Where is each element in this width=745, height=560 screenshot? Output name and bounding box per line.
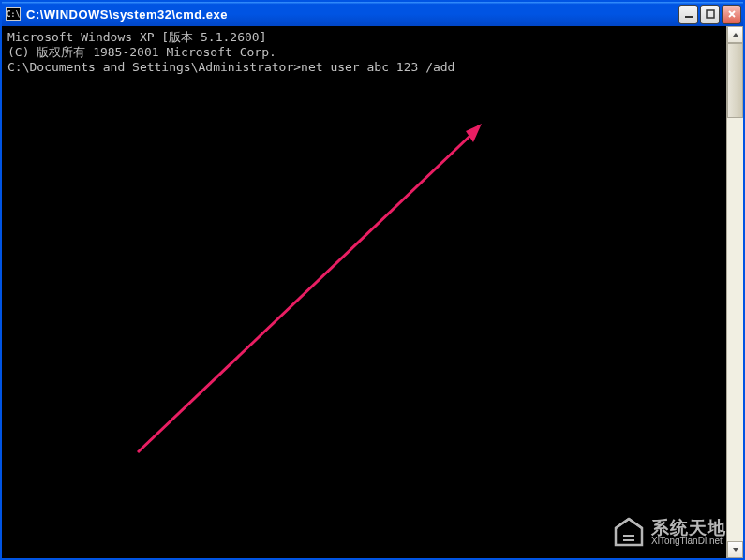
watermark-name-en: XiTongTianDi.net — [651, 537, 726, 546]
maximize-icon — [706, 9, 715, 19]
svg-rect-1 — [707, 10, 714, 18]
arrow-annotation — [124, 111, 499, 462]
window-controls — [678, 5, 741, 24]
terminal-command: net user abc 123 /add — [301, 60, 454, 74]
terminal-line-copyright: (C) 版权所有 1985-2001 Microsoft Corp. — [7, 45, 721, 60]
scroll-thumb[interactable] — [727, 43, 743, 118]
window-title: C:\WINDOWS\system32\cmd.exe — [26, 7, 678, 22]
svg-marker-5 — [733, 548, 738, 552]
scroll-down-button[interactable] — [727, 541, 743, 558]
svg-marker-3 — [466, 124, 482, 142]
terminal-output[interactable]: Microsoft Windows XP [版本 5.1.2600](C) 版权… — [2, 26, 726, 558]
chevron-up-icon — [732, 31, 739, 38]
maximize-button[interactable] — [700, 5, 720, 24]
watermark-logo-icon — [612, 517, 646, 547]
minimize-icon — [684, 9, 693, 19]
scrollbar-vertical[interactable] — [726, 26, 743, 558]
svg-marker-4 — [733, 33, 738, 37]
chevron-down-icon — [732, 546, 739, 553]
watermark-name-cn: 系统天地 — [651, 519, 726, 537]
close-icon — [727, 9, 737, 19]
terminal-prompt-line: C:\Documents and Settings\Administrator>… — [7, 60, 721, 75]
watermark: 系统天地 XiTongTianDi.net — [612, 517, 726, 547]
terminal-prompt: C:\Documents and Settings\Administrator> — [7, 60, 301, 74]
terminal-line-version: Microsoft Windows XP [版本 5.1.2600] — [7, 30, 721, 45]
cmd-icon: C:\ — [6, 7, 21, 21]
scroll-up-button[interactable] — [727, 26, 743, 43]
terminal-wrapper: Microsoft Windows XP [版本 5.1.2600](C) 版权… — [2, 26, 743, 558]
watermark-text: 系统天地 XiTongTianDi.net — [651, 519, 726, 546]
minimize-button[interactable] — [678, 5, 698, 24]
cmd-window: C:\ C:\WINDOWS\system32\cmd.exe Microsof… — [0, 0, 745, 560]
close-button[interactable] — [722, 5, 741, 24]
svg-line-2 — [138, 129, 477, 452]
cmd-icon-label: C:\ — [7, 10, 20, 19]
scroll-track[interactable] — [727, 43, 743, 541]
svg-rect-0 — [685, 16, 693, 18]
titlebar[interactable]: C:\ C:\WINDOWS\system32\cmd.exe — [2, 2, 743, 26]
